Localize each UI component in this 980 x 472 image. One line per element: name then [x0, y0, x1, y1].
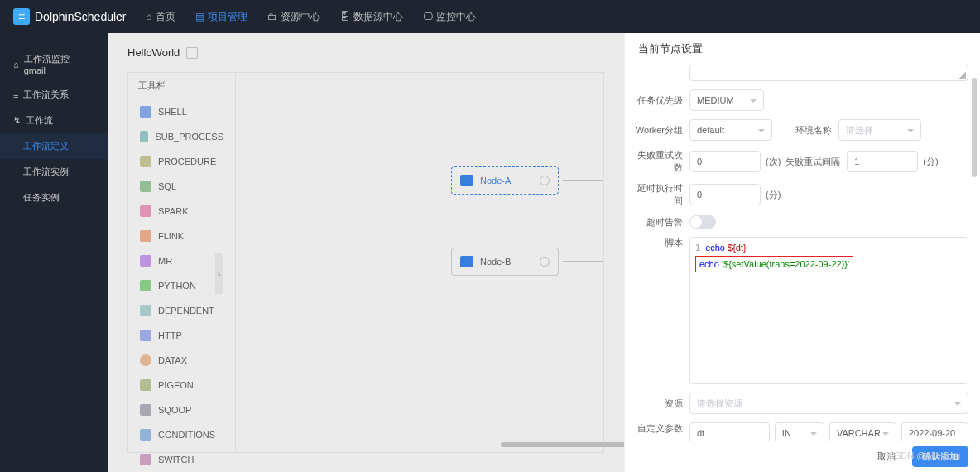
python-icon: [140, 280, 151, 291]
shell-icon: [140, 106, 151, 118]
mr-icon: [140, 255, 151, 267]
http-icon: [140, 330, 151, 341]
toolbox-collapse-handle[interactable]: ‹: [215, 253, 223, 294]
pigeon-icon: [140, 379, 151, 391]
workflow-name: HelloWorld: [127, 46, 180, 59]
shell-icon: [460, 256, 473, 267]
script-editor[interactable]: 1echo ${dt} echo '${setValue(trans=2022-…: [689, 237, 968, 384]
panel-title: 当前节点设置: [625, 33, 980, 65]
fail-retry-count-input[interactable]: 0: [689, 151, 761, 172]
logo-icon: ≡: [13, 8, 30, 25]
sidebar-monitor-gmail[interactable]: ⌂ 工作流监控 - gmail: [0, 46, 108, 82]
nav-datasource[interactable]: 🗄数据源中心: [340, 10, 403, 24]
datax-icon: [140, 354, 151, 366]
fail-retry-interval-label: 失败重试间隔: [781, 156, 847, 168]
script-label: 脚本: [632, 237, 689, 249]
code-highlight-box: echo '${setValue(trans=2022-09-22)}': [695, 256, 853, 273]
timeout-label: 超时告警: [632, 216, 689, 229]
fail-retry-count-label: 失败重试次数: [632, 149, 689, 174]
procedure-icon: [140, 156, 151, 167]
sidebar-relation[interactable]: ≡ 工作流关系: [0, 82, 108, 108]
nav-monitor[interactable]: 🖵监控中心: [423, 10, 476, 24]
tool-datax[interactable]: DATAX: [128, 348, 235, 373]
switch-icon: [140, 454, 151, 465]
sql-icon: [140, 181, 151, 192]
tool-shell[interactable]: SHELL: [128, 99, 235, 124]
tool-pigeon[interactable]: PIGEON: [128, 373, 235, 397]
sqoop-icon: [140, 404, 151, 416]
node-settings-panel: 当前节点设置 任务优先级 MEDIUM Worker分组 default 环境名…: [624, 33, 980, 472]
unit-fen2: (分): [766, 189, 781, 201]
sidebar-workflow-def[interactable]: 工作流定义: [0, 133, 108, 159]
tool-procedure[interactable]: PROCEDURE: [128, 149, 235, 174]
env-select[interactable]: 请选择: [838, 119, 921, 141]
sidebar-task-instance[interactable]: 任务实例: [0, 185, 108, 210]
unit-fen: (分): [923, 156, 938, 168]
unit-ci: (次): [766, 156, 781, 168]
folder-icon: 🗀: [267, 11, 277, 22]
resource-select[interactable]: 请选择资源: [689, 393, 968, 414]
shell-icon: [460, 175, 473, 186]
watermark-text: CSDN @Allenzyg: [888, 450, 960, 460]
node-a[interactable]: Node-A: [451, 166, 559, 195]
env-label: 环境名称: [772, 124, 838, 137]
breadcrumb: HelloWorld: [127, 46, 604, 59]
panel-scrollbar[interactable]: [972, 70, 977, 442]
tool-sqoop[interactable]: SQOOP: [128, 397, 235, 422]
conditions-icon: [140, 429, 151, 441]
param-row-1: dt IN VARCHAR 2022-09-20: [689, 422, 968, 441]
scrollbar-thumb[interactable]: [972, 78, 977, 177]
toolbox-header: 工具栏: [128, 73, 235, 99]
brand-text: DolphinScheduler: [35, 10, 127, 23]
tool-flink[interactable]: FLINK: [128, 224, 235, 248]
top-nav: ≡ DolphinScheduler ⌂首页 ▤项目管理 🗀资源中心 🗄数据源中…: [0, 0, 980, 33]
param1-value-input[interactable]: 2022-09-20: [901, 422, 968, 441]
dependent-icon: [140, 305, 151, 316]
spark-icon: [140, 205, 151, 217]
priority-label: 任务优先级: [632, 94, 689, 107]
desc-textarea[interactable]: [689, 65, 968, 81]
tool-sub-process[interactable]: SUB_PROCESS: [128, 124, 235, 149]
gear-icon[interactable]: [540, 257, 550, 267]
left-sidebar: ⌂ 工作流监控 - gmail ≡ 工作流关系 ↯ 工作流 工作流定义 工作流实…: [0, 33, 108, 472]
delay-label: 延时执行时间: [632, 182, 689, 207]
dag-canvas[interactable]: Node-A Node-B Node-C: [236, 73, 603, 452]
sidebar-workflow[interactable]: ↯ 工作流: [0, 108, 108, 133]
node-b[interactable]: Node-B: [451, 248, 559, 276]
subprocess-icon: [140, 131, 148, 142]
tool-dependent[interactable]: DEPENDENT: [128, 298, 235, 323]
resize-handle-icon[interactable]: [959, 72, 966, 79]
copy-icon[interactable]: [186, 47, 198, 59]
tool-sql[interactable]: SQL: [128, 174, 235, 199]
param1-dir-select[interactable]: IN: [775, 422, 824, 441]
nav-home[interactable]: ⌂首页: [147, 10, 175, 24]
timeout-switch[interactable]: [689, 215, 716, 229]
delay-input[interactable]: 0: [689, 184, 761, 205]
main-area: HelloWorld 工具栏 SHELL SUB_PROCESS PROCEDU…: [108, 33, 624, 472]
home-icon: ⌂: [147, 11, 152, 22]
logo[interactable]: ≡ DolphinScheduler: [13, 8, 127, 25]
nav-project[interactable]: ▤项目管理: [195, 10, 247, 24]
worker-group-label: Worker分组: [632, 124, 689, 137]
priority-select[interactable]: MEDIUM: [689, 89, 764, 111]
worker-group-select[interactable]: default: [689, 119, 772, 141]
tool-conditions[interactable]: CONDITIONS: [128, 422, 235, 447]
fail-retry-interval-input[interactable]: 1: [847, 151, 918, 172]
flink-icon: [140, 230, 151, 242]
resource-label: 资源: [632, 397, 689, 410]
gear-icon[interactable]: [540, 176, 550, 185]
tool-spark[interactable]: SPARK: [128, 199, 235, 224]
nav-resource[interactable]: 🗀资源中心: [267, 10, 320, 24]
tool-http[interactable]: HTTP: [128, 323, 235, 348]
database-icon: 🗄: [340, 11, 350, 22]
folder-icon: ▤: [195, 11, 204, 22]
monitor-icon: 🖵: [423, 11, 433, 22]
param1-type-select[interactable]: VARCHAR: [829, 422, 896, 441]
param1-name-input[interactable]: dt: [689, 422, 770, 441]
tool-switch[interactable]: SWITCH: [128, 447, 235, 472]
workspace: 工具栏 SHELL SUB_PROCESS PROCEDURE SQL SPAR…: [127, 72, 604, 453]
param-label: 自定义参数: [632, 422, 689, 435]
sidebar-workflow-instance[interactable]: 工作流实例: [0, 159, 108, 185]
